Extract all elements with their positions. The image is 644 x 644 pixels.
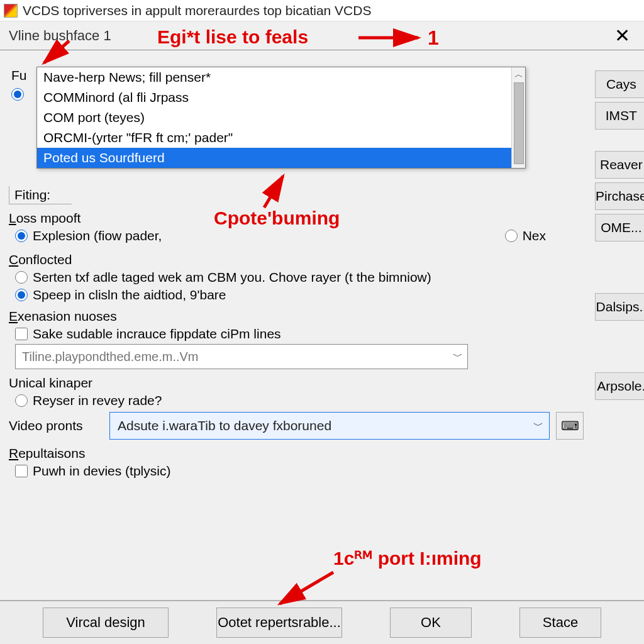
left-column: Fu Nave-herp News; fill penser* COMMinor…: [9, 54, 584, 481]
ome-button[interactable]: OME...: [595, 214, 644, 242]
unical-radio-label: Reyser in revey rade?: [33, 393, 162, 408]
sub-title: Vline bushface 1: [9, 28, 111, 44]
stace-button[interactable]: Stace: [519, 608, 601, 638]
exen-combo[interactable]: ﹀: [15, 344, 468, 369]
loss-label: Loss mpooft: [9, 211, 584, 226]
imst-button[interactable]: IMST: [595, 102, 644, 130]
bottom-button-bar: Vircal design Ootet repertsrable... OK S…: [0, 600, 644, 644]
arpsole-button[interactable]: Arpsole.: [595, 372, 644, 400]
exen-checkbox[interactable]: [15, 328, 28, 340]
fiting-label: Fiting:: [9, 186, 72, 204]
vircal-design-button[interactable]: Vircal design: [43, 608, 169, 638]
ok-button[interactable]: OK: [390, 608, 472, 638]
window-title: VCDS topriverses in appult moreraurdes t…: [23, 3, 371, 18]
reaver-button[interactable]: Reaver: [595, 151, 644, 179]
conflocted-radio-1[interactable]: [15, 271, 28, 284]
video-pronts-label: Video pronts: [9, 418, 109, 433]
dropdown-item-0[interactable]: Nave-herp News; fill penser*: [37, 67, 525, 87]
dropdown-item-4[interactable]: Poted us Sourdfuerd: [37, 148, 525, 168]
unical-label: Unical kinaper: [9, 375, 584, 391]
chevron-down-icon[interactable]: ﹀: [448, 350, 467, 364]
interface-dropdown[interactable]: Nave-herp News; fill penser* COMMinord (…: [36, 67, 526, 169]
dropdown-item-1[interactable]: COMMinord (al fli Jrpass: [37, 87, 525, 108]
conflocted-opt2: Speep in clisln the aidtiod, 9'bare: [33, 287, 226, 303]
keyboard-icon: ⌨: [561, 418, 579, 433]
exen-combo-input: [16, 350, 448, 364]
pirchase-button[interactable]: Pirchase: [595, 182, 644, 210]
cays-button[interactable]: Cays: [595, 70, 644, 98]
exen-check-label: Sake sudable incrauce fippdate ciPm line…: [33, 326, 281, 341]
dropdown-scrollbar[interactable]: ︿: [511, 67, 525, 168]
titlebar: VCDS topriverses in appult moreraurdes t…: [0, 0, 644, 21]
dropdown-item-2[interactable]: COM port (teyes): [37, 108, 525, 128]
ootet-repertsrable-button[interactable]: Ootet repertsrable...: [216, 608, 342, 638]
unical-radio[interactable]: [15, 394, 28, 407]
nex-radio[interactable]: [505, 230, 518, 242]
conflocted-radio-2[interactable]: [15, 289, 28, 301]
scroll-up-icon[interactable]: ︿: [512, 67, 525, 81]
conflocted-label: Conflocted: [9, 252, 584, 267]
close-icon[interactable]: ✕: [609, 25, 635, 47]
sub-titlebar: Vline bushface 1 ✕: [0, 21, 644, 50]
nex-label: Nex: [523, 228, 546, 243]
right-column: Cays IMST Reaver Pirchase OME... Dalsips…: [595, 54, 644, 481]
dalsips-button[interactable]: Dalsips..: [595, 293, 644, 321]
conflocted-opt1: Serten txf adle taged wek am CBM you. Ch…: [33, 270, 431, 285]
repultaisons-label: Repultaisons: [9, 446, 584, 461]
chevron-down-icon[interactable]: ﹀: [528, 419, 549, 433]
explesion-label: Explesion (fiow pader,: [33, 228, 162, 243]
video-pronts-input[interactable]: [110, 418, 528, 433]
dropdown-item-3[interactable]: ORCMI-(yrter "fFR ft cm;' pader": [37, 128, 525, 148]
fu-label: Fu: [11, 68, 27, 83]
exenasion-label: Exenasion nuoses: [9, 309, 584, 324]
explesion-radio[interactable]: [15, 230, 28, 242]
video-settings-button[interactable]: ⌨: [556, 412, 584, 440]
reput-checkbox[interactable]: [15, 465, 28, 477]
reput-check-label: Puwh in devies (tplysic): [33, 464, 170, 479]
video-pronts-combo[interactable]: ﹀: [109, 412, 550, 440]
app-icon: [4, 4, 18, 18]
content-area: Fu Nave-herp News; fill penser* COMMinor…: [0, 50, 644, 604]
fu-radio[interactable]: [11, 88, 24, 101]
scroll-thumb[interactable]: [514, 82, 524, 164]
